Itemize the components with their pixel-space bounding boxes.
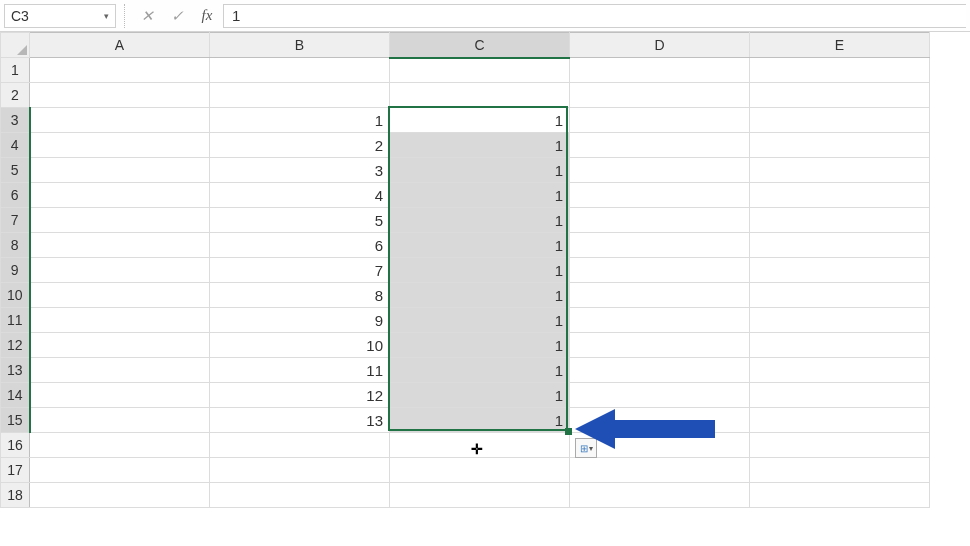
column-header-A[interactable]: A xyxy=(30,33,210,58)
cell-C4[interactable]: 1 xyxy=(390,133,570,158)
cell-B15[interactable]: 13 xyxy=(210,408,390,433)
cell-B6[interactable]: 4 xyxy=(210,183,390,208)
cell-A3[interactable] xyxy=(30,108,210,133)
cell-A2[interactable] xyxy=(30,83,210,108)
cell-B14[interactable]: 12 xyxy=(210,383,390,408)
cell-B12[interactable]: 10 xyxy=(210,333,390,358)
cell-E9[interactable] xyxy=(750,258,930,283)
column-header-D[interactable]: D xyxy=(570,33,750,58)
cell-C5[interactable]: 1 xyxy=(390,158,570,183)
cell-D1[interactable] xyxy=(570,58,750,83)
cell-A11[interactable] xyxy=(30,308,210,333)
cell-B18[interactable] xyxy=(210,483,390,508)
cell-E8[interactable] xyxy=(750,233,930,258)
cell-B2[interactable] xyxy=(210,83,390,108)
cell-B17[interactable] xyxy=(210,458,390,483)
row-header-4[interactable]: 4 xyxy=(1,133,30,158)
cell-A17[interactable] xyxy=(30,458,210,483)
cell-A15[interactable] xyxy=(30,408,210,433)
cell-A4[interactable] xyxy=(30,133,210,158)
row-header-14[interactable]: 14 xyxy=(1,383,30,408)
cell-A6[interactable] xyxy=(30,183,210,208)
row-header-13[interactable]: 13 xyxy=(1,358,30,383)
row-header-2[interactable]: 2 xyxy=(1,83,30,108)
cell-C7[interactable]: 1 xyxy=(390,208,570,233)
cell-C17[interactable] xyxy=(390,458,570,483)
cell-E1[interactable] xyxy=(750,58,930,83)
cell-B10[interactable]: 8 xyxy=(210,283,390,308)
cell-E4[interactable] xyxy=(750,133,930,158)
column-header-C[interactable]: C xyxy=(390,33,570,58)
row-header-6[interactable]: 6 xyxy=(1,183,30,208)
cancel-button[interactable]: ✕ xyxy=(133,4,161,28)
row-header-17[interactable]: 17 xyxy=(1,458,30,483)
cell-B8[interactable]: 6 xyxy=(210,233,390,258)
cell-D17[interactable] xyxy=(570,458,750,483)
cell-D9[interactable] xyxy=(570,258,750,283)
cell-C11[interactable]: 1 xyxy=(390,308,570,333)
cell-C13[interactable]: 1 xyxy=(390,358,570,383)
cell-D4[interactable] xyxy=(570,133,750,158)
cell-C18[interactable] xyxy=(390,483,570,508)
select-all-button[interactable] xyxy=(1,33,30,58)
row-header-16[interactable]: 16 xyxy=(1,433,30,458)
cell-D11[interactable] xyxy=(570,308,750,333)
cell-A18[interactable] xyxy=(30,483,210,508)
cell-E17[interactable] xyxy=(750,458,930,483)
cell-C6[interactable]: 1 xyxy=(390,183,570,208)
cell-D18[interactable] xyxy=(570,483,750,508)
cell-E10[interactable] xyxy=(750,283,930,308)
cell-E11[interactable] xyxy=(750,308,930,333)
cell-A9[interactable] xyxy=(30,258,210,283)
cell-E14[interactable] xyxy=(750,383,930,408)
cell-D8[interactable] xyxy=(570,233,750,258)
cell-E13[interactable] xyxy=(750,358,930,383)
cell-D10[interactable] xyxy=(570,283,750,308)
cell-B7[interactable]: 5 xyxy=(210,208,390,233)
cell-B5[interactable]: 3 xyxy=(210,158,390,183)
spreadsheet-grid[interactable]: ABCDE12311421531641751861971108111911210… xyxy=(0,32,930,508)
cell-C15[interactable]: 1 xyxy=(390,408,570,433)
cell-C14[interactable]: 1 xyxy=(390,383,570,408)
cell-B9[interactable]: 7 xyxy=(210,258,390,283)
row-header-7[interactable]: 7 xyxy=(1,208,30,233)
cell-D5[interactable] xyxy=(570,158,750,183)
row-header-18[interactable]: 18 xyxy=(1,483,30,508)
cell-E7[interactable] xyxy=(750,208,930,233)
row-header-15[interactable]: 15 xyxy=(1,408,30,433)
cell-D2[interactable] xyxy=(570,83,750,108)
cell-A7[interactable] xyxy=(30,208,210,233)
cell-A5[interactable] xyxy=(30,158,210,183)
cell-B3[interactable]: 1 xyxy=(210,108,390,133)
cell-E3[interactable] xyxy=(750,108,930,133)
cell-B13[interactable]: 11 xyxy=(210,358,390,383)
row-header-1[interactable]: 1 xyxy=(1,58,30,83)
cell-B11[interactable]: 9 xyxy=(210,308,390,333)
cell-A16[interactable] xyxy=(30,433,210,458)
row-header-12[interactable]: 12 xyxy=(1,333,30,358)
cell-C8[interactable]: 1 xyxy=(390,233,570,258)
cell-C1[interactable] xyxy=(390,58,570,83)
name-box[interactable]: C3 ▾ xyxy=(4,4,116,28)
row-header-11[interactable]: 11 xyxy=(1,308,30,333)
cell-E15[interactable] xyxy=(750,408,930,433)
cell-D12[interactable] xyxy=(570,333,750,358)
cell-A10[interactable] xyxy=(30,283,210,308)
column-header-E[interactable]: E xyxy=(750,33,930,58)
row-header-9[interactable]: 9 xyxy=(1,258,30,283)
insert-function-button[interactable]: fx xyxy=(193,4,221,28)
formula-input[interactable]: 1 xyxy=(223,4,966,28)
cell-E6[interactable] xyxy=(750,183,930,208)
cell-C10[interactable]: 1 xyxy=(390,283,570,308)
cell-A14[interactable] xyxy=(30,383,210,408)
cell-A12[interactable] xyxy=(30,333,210,358)
cell-B1[interactable] xyxy=(210,58,390,83)
cell-A8[interactable] xyxy=(30,233,210,258)
cell-A13[interactable] xyxy=(30,358,210,383)
cell-A1[interactable] xyxy=(30,58,210,83)
column-header-B[interactable]: B xyxy=(210,33,390,58)
cell-E18[interactable] xyxy=(750,483,930,508)
enter-button[interactable]: ✓ xyxy=(163,4,191,28)
cell-C2[interactable] xyxy=(390,83,570,108)
row-header-5[interactable]: 5 xyxy=(1,158,30,183)
